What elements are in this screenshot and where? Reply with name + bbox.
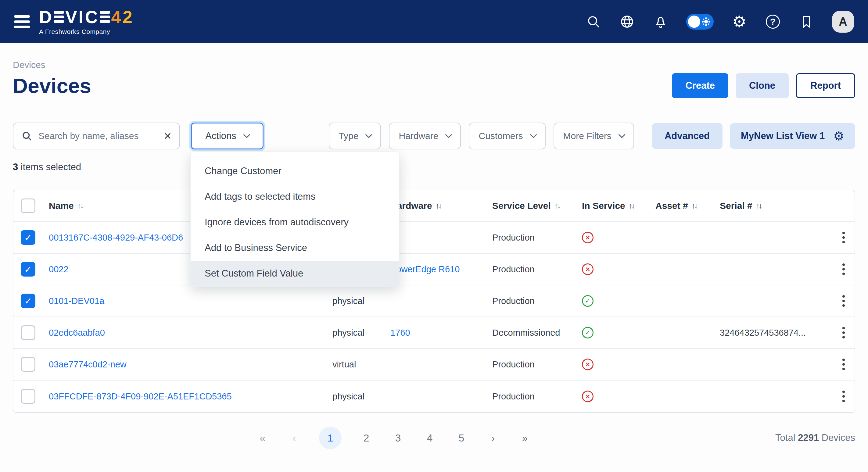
sort-arrows-icon: ↑↓	[756, 201, 762, 210]
bell-icon[interactable]	[653, 14, 669, 30]
sun-icon	[704, 20, 708, 24]
logo-e-bars-icon	[99, 11, 111, 23]
device-name-link[interactable]: 0101-DEV01a	[49, 296, 104, 306]
create-button[interactable]: Create	[672, 73, 728, 98]
select-all-checkbox[interactable]	[21, 198, 35, 213]
page-title: Devices	[13, 74, 91, 97]
row-checkbox[interactable]	[21, 325, 35, 340]
pagination: «‹12345›»	[255, 427, 532, 449]
pagination-first[interactable]: «	[255, 432, 270, 444]
sort-arrows-icon: ↑↓	[555, 201, 560, 210]
service-level-cell: Production	[487, 233, 577, 243]
breadcrumb[interactable]: Devices	[13, 60, 45, 70]
sort-arrows-icon: ↑↓	[692, 201, 697, 210]
list-view-button[interactable]: MyNew List View 1 ⚙	[730, 123, 855, 149]
hardware-cell: PowerEdge R610	[385, 264, 487, 275]
serial-num-cell: 3246432574536874...	[715, 328, 833, 338]
search-input[interactable]	[38, 130, 158, 141]
row-menu-kebab-icon[interactable]	[833, 222, 855, 253]
brand-word: DVIC42	[39, 8, 133, 26]
row-checkbox[interactable]: ✓	[21, 294, 35, 308]
column-label: Name	[49, 201, 74, 211]
header-checkbox-cell	[13, 198, 44, 213]
theme-toggle[interactable]	[686, 14, 714, 30]
filter-label: Hardware	[399, 131, 438, 141]
report-button[interactable]: Report	[796, 73, 855, 98]
pagination-page-4[interactable]: 4	[423, 432, 437, 444]
gear-icon[interactable]: ⚙	[732, 14, 747, 30]
actions-dropdown-button[interactable]: Actions	[191, 123, 264, 149]
advanced-button[interactable]: Advanced	[652, 123, 722, 149]
brand-logo[interactable]: DVIC42 A Freshworks Company	[39, 8, 133, 35]
row-checkbox[interactable]: ✓	[21, 230, 35, 245]
hardware-cell: 1760	[385, 328, 487, 338]
row-checkbox[interactable]	[21, 389, 35, 404]
device-name-link[interactable]: 0022	[49, 264, 69, 274]
search-box[interactable]: ×	[13, 123, 180, 149]
menu-item-ignore-devices-from-autodiscovery[interactable]: Ignore devices from autodiscovery	[191, 210, 399, 235]
globe-icon[interactable]	[619, 14, 635, 30]
column-header-in-service[interactable]: In Service↑↓	[577, 201, 651, 211]
in-service-yes-icon: ✓	[582, 295, 593, 307]
device-name-link[interactable]: 02edc6aabfa0	[49, 328, 105, 338]
in-service-cell: ×	[577, 358, 651, 370]
column-header-hardware[interactable]: Hardware↑↓	[385, 201, 487, 211]
row-checkbox-cell	[13, 389, 44, 404]
pagination-page-5[interactable]: 5	[455, 432, 468, 444]
column-label: Serial #	[720, 201, 752, 211]
filter-customers[interactable]: Customers	[469, 123, 545, 149]
hardware-link[interactable]: PowerEdge R610	[391, 264, 460, 274]
logo-e-bars-icon	[53, 11, 64, 23]
row-menu-kebab-icon[interactable]	[833, 380, 855, 412]
row-menu-kebab-icon[interactable]	[833, 349, 855, 380]
chevron-down-icon	[445, 131, 452, 138]
column-header-service-level[interactable]: Service Level↑↓	[487, 201, 577, 211]
name-cell: 0101-DEV01a	[44, 296, 328, 306]
filter-type[interactable]: Type	[329, 123, 381, 149]
clear-search-icon[interactable]: ×	[164, 130, 172, 143]
row-menu-kebab-icon[interactable]	[833, 317, 855, 348]
pagination-page-3[interactable]: 3	[391, 432, 405, 444]
menu-item-add-to-business-service[interactable]: Add to Business Service	[191, 235, 399, 261]
filter-more-filters[interactable]: More Filters	[554, 123, 634, 149]
in-service-cell: ×	[577, 263, 651, 275]
avatar[interactable]: A	[832, 11, 854, 33]
list-view-gear-icon[interactable]: ⚙	[833, 130, 844, 142]
row-checkbox[interactable]	[21, 357, 35, 372]
search-icon[interactable]	[586, 14, 601, 30]
in-service-cell: ×	[577, 232, 651, 243]
row-checkbox[interactable]: ✓	[21, 262, 35, 277]
clone-button[interactable]: Clone	[736, 73, 789, 98]
menu-item-add-tags-to-selected-items[interactable]: Add tags to selected items	[191, 184, 399, 210]
hamburger-menu-icon[interactable]	[14, 15, 30, 28]
device-name-link[interactable]: 03ae7774c0d2-new	[49, 359, 127, 369]
menu-item-set-custom-field-value[interactable]: Set Custom Field Value	[191, 261, 399, 286]
type-cell: virtual	[328, 359, 385, 370]
pagination-last[interactable]: »	[518, 432, 532, 444]
menu-item-change-customer[interactable]: Change Customer	[191, 158, 399, 184]
device-name-link[interactable]: 03FFCDFE-873D-4F09-902E-A51EF1CD5365	[49, 391, 232, 401]
column-header-asset[interactable]: Asset #↑↓	[651, 201, 715, 211]
table-row: 02edc6aabfa0physical1760Decommissioned✓3…	[13, 317, 855, 349]
row-menu-kebab-icon[interactable]	[833, 254, 855, 285]
bookmark-icon[interactable]	[799, 14, 814, 30]
in-service-yes-icon: ✓	[582, 327, 593, 339]
in-service-no-icon: ×	[582, 358, 593, 370]
chevron-down-icon	[530, 131, 537, 138]
pagination-next[interactable]: ›	[486, 432, 500, 444]
device-name-link[interactable]: 0013167C-4308-4929-AF43-06D6	[49, 233, 183, 243]
top-navbar: DVIC42 A Freshworks Company ⚙ ? A	[0, 0, 868, 43]
row-menu-kebab-icon[interactable]	[833, 285, 855, 316]
hardware-link[interactable]: 1760	[391, 328, 410, 338]
type-cell: physical	[328, 328, 385, 338]
pagination-page-1[interactable]: 1	[319, 427, 342, 449]
devices-table: Name↑↓Type↑↓Hardware↑↓Service Level↑↓In …	[13, 190, 855, 413]
in-service-no-icon: ×	[582, 232, 593, 243]
pagination-prev[interactable]: ‹	[287, 432, 301, 444]
pagination-page-2[interactable]: 2	[359, 432, 373, 444]
name-cell: 03FFCDFE-873D-4F09-902E-A51EF1CD5365	[44, 391, 328, 402]
column-header-serial[interactable]: Serial #↑↓	[715, 201, 833, 211]
help-icon[interactable]: ?	[765, 14, 781, 30]
filter-hardware[interactable]: Hardware	[389, 123, 461, 149]
row-checkbox-cell	[13, 325, 44, 340]
